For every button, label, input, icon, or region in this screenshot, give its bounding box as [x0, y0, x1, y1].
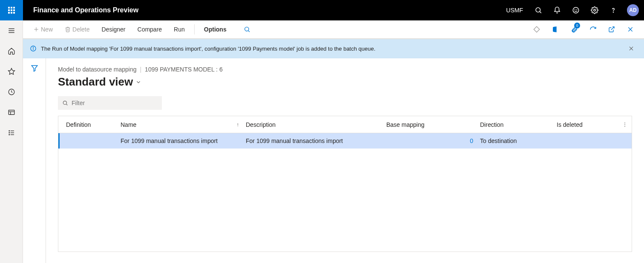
bell-icon	[553, 6, 561, 14]
office-icon	[552, 26, 559, 33]
delete-label: Delete	[72, 26, 89, 33]
new-button[interactable]: New	[29, 23, 57, 35]
svg-point-6	[613, 12, 613, 12]
grid-more-button[interactable]	[618, 122, 632, 128]
nav-recent[interactable]	[0, 82, 23, 102]
nav-workspaces[interactable]	[0, 102, 23, 123]
app-launcher-button[interactable]	[0, 0, 23, 20]
banner-close-button[interactable]	[625, 43, 637, 54]
col-header-name[interactable]: Name ↑	[117, 121, 242, 128]
diamond-icon	[533, 26, 540, 33]
compare-label: Compare	[138, 26, 162, 33]
filter-box[interactable]	[58, 96, 162, 110]
action-bar: New Delete Designer Compare Run Options	[23, 20, 644, 39]
col-header-base-mapping[interactable]: Base mapping	[383, 121, 464, 128]
close-button[interactable]	[623, 22, 638, 37]
svg-line-1	[540, 11, 541, 13]
svg-point-5	[594, 9, 596, 11]
col-header-name-label: Name	[121, 121, 136, 128]
help-icon	[610, 6, 617, 14]
clock-icon	[8, 88, 15, 96]
cell-description: For 1099 manual transactions import	[242, 137, 383, 144]
filter-input[interactable]	[72, 100, 158, 106]
attachments-badge: 0	[574, 23, 580, 29]
header-right: USMF AD	[501, 0, 644, 20]
svg-point-34	[63, 101, 66, 104]
cell-name: For 1099 manual transactions import	[117, 137, 242, 144]
more-vertical-icon	[622, 122, 628, 128]
info-icon	[30, 45, 37, 52]
company-label[interactable]: USMF	[501, 7, 528, 14]
nav-favorites[interactable]	[0, 61, 23, 82]
col-header-description[interactable]: Description	[242, 121, 383, 128]
new-label: New	[41, 26, 53, 33]
action-divider	[194, 24, 195, 34]
data-grid: Definition Name ↑ Description Base mappi…	[58, 116, 632, 252]
info-banner: The Run of Model mapping 'For 1099 manua…	[23, 39, 644, 58]
svg-marker-33	[32, 66, 37, 71]
avatar[interactable]: AD	[627, 4, 639, 16]
page-title[interactable]: Standard view	[58, 75, 133, 89]
refresh-button[interactable]	[585, 22, 601, 37]
office-button[interactable]	[548, 22, 563, 37]
breadcrumb-a[interactable]: Model to datasource mapping	[58, 66, 136, 73]
filter-pane-toggle[interactable]	[31, 64, 38, 263]
close-icon	[627, 26, 634, 33]
svg-point-15	[9, 131, 10, 132]
svg-point-3	[575, 9, 575, 10]
nav-rail	[0, 20, 23, 263]
breadcrumb: Model to datasource mapping | 1099 PAYME…	[58, 66, 632, 73]
attachments-button[interactable]: 0	[566, 22, 582, 37]
run-button[interactable]: Run	[170, 23, 189, 35]
svg-point-37	[624, 124, 625, 125]
run-label: Run	[174, 26, 185, 33]
list-icon	[8, 129, 15, 137]
svg-point-2	[573, 7, 579, 13]
popout-icon	[608, 26, 615, 33]
star-icon	[8, 68, 15, 75]
delete-button[interactable]: Delete	[60, 23, 94, 35]
designer-button[interactable]: Designer	[97, 23, 129, 35]
breadcrumb-sep: |	[140, 66, 141, 73]
col-header-is-deleted[interactable]: Is deleted	[553, 121, 618, 128]
info-message: The Run of Model mapping 'For 1099 manua…	[41, 46, 375, 52]
svg-line-24	[248, 31, 250, 32]
workspace-icon	[8, 109, 15, 116]
svg-point-19	[9, 134, 10, 135]
nav-home[interactable]	[0, 41, 23, 61]
nav-expand-button[interactable]	[0, 20, 23, 41]
home-icon	[8, 47, 15, 55]
waffle-icon	[8, 7, 15, 14]
svg-rect-12	[9, 110, 14, 115]
popout-button[interactable]	[604, 22, 619, 37]
options-label: Options	[204, 26, 227, 33]
chevron-down-icon[interactable]	[135, 79, 141, 85]
table-row[interactable]: For 1099 manual transactions import For …	[58, 133, 632, 149]
settings-button[interactable]	[586, 0, 603, 20]
notifications-button[interactable]	[549, 0, 566, 20]
col-header-definition[interactable]: Definition	[63, 121, 117, 128]
search-icon	[62, 100, 68, 106]
svg-point-36	[624, 123, 625, 123]
action-search-button[interactable]	[239, 22, 255, 37]
nav-modules[interactable]	[0, 123, 23, 143]
options-button[interactable]: Options	[200, 23, 231, 35]
compare-button[interactable]: Compare	[133, 23, 167, 35]
gear-icon	[591, 6, 598, 14]
help-button[interactable]	[605, 0, 622, 20]
svg-point-0	[536, 8, 540, 12]
close-icon	[628, 46, 634, 51]
search-button[interactable]	[530, 0, 547, 20]
col-header-direction[interactable]: Direction	[477, 121, 553, 128]
feedback-button[interactable]	[567, 0, 584, 20]
trash-icon	[65, 26, 71, 32]
breadcrumb-b: 1099 PAYMENTS MODEL : 6	[145, 66, 223, 73]
app-title: Finance and Operations Preview	[23, 6, 149, 14]
search-icon	[244, 26, 250, 33]
dataverse-button[interactable]	[529, 22, 544, 37]
content-main: Model to datasource mapping | 1099 PAYME…	[46, 58, 644, 263]
app-header: Finance and Operations Preview USMF AD	[0, 0, 644, 20]
filter-pane-rail	[23, 58, 46, 263]
svg-point-23	[244, 27, 248, 31]
sort-ascending-icon: ↑	[236, 122, 239, 128]
